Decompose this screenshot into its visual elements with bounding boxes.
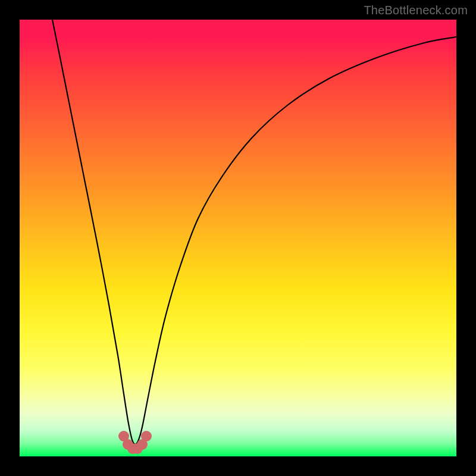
chart-plot-area [20, 20, 456, 456]
trough-marker [141, 431, 152, 441]
bottleneck-curve-path [52, 20, 456, 444]
watermark-text: TheBottleneck.com [364, 4, 468, 17]
trough-marker-group [118, 431, 152, 454]
chart-svg [20, 20, 456, 456]
